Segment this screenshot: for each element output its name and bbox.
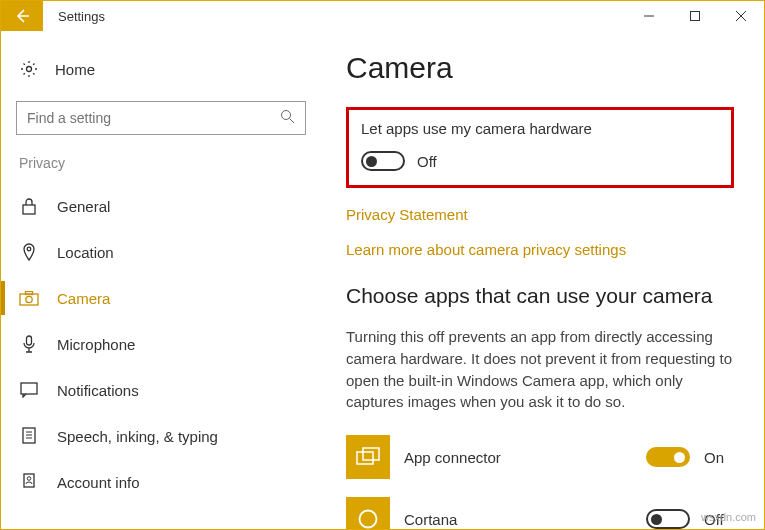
app-name: Cortana [404,511,632,528]
notifications-icon [19,380,39,400]
sidebar-item-microphone[interactable]: Microphone [1,321,321,367]
cortana-icon [346,497,390,529]
sidebar-item-label: Location [57,244,114,261]
svg-rect-1 [691,12,700,21]
section-label: Privacy [1,155,321,183]
back-button[interactable] [1,1,43,31]
maximize-button[interactable] [672,1,718,31]
sidebar: Home Privacy General Location Camera Mic… [1,31,321,529]
svg-rect-10 [27,336,32,345]
svg-rect-11 [21,383,37,394]
svg-point-8 [26,296,32,302]
sidebar-item-location[interactable]: Location [1,229,321,275]
app-connector-icon [346,435,390,479]
close-button[interactable] [718,1,764,31]
svg-point-17 [27,477,31,481]
watermark: wsxdn.com [701,511,756,523]
master-toggle[interactable] [361,151,405,171]
home-label: Home [55,61,95,78]
app-name: App connector [404,449,632,466]
sidebar-item-notifications[interactable]: Notifications [1,367,321,413]
sidebar-item-label: Account info [57,474,140,491]
highlight-region: Let apps use my camera hardware Off [346,107,734,188]
minimize-icon [644,11,654,21]
sidebar-item-label: Camera [57,290,110,307]
speech-icon [19,426,39,446]
sidebar-item-label: Speech, inking, & typing [57,428,218,445]
svg-line-4 [290,118,295,123]
search-icon [280,109,295,128]
close-icon [736,11,746,21]
sidebar-item-speech[interactable]: Speech, inking, & typing [1,413,321,459]
arrow-left-icon [13,7,31,25]
microphone-icon [19,334,39,354]
search-input[interactable] [27,110,280,126]
master-toggle-state: Off [417,153,437,170]
minimize-button[interactable] [626,1,672,31]
sidebar-item-label: Microphone [57,336,135,353]
master-toggle-label: Let apps use my camera hardware [361,120,719,137]
choose-apps-description: Turning this off prevents an app from di… [346,326,734,413]
svg-point-2 [27,67,32,72]
svg-rect-9 [26,291,33,294]
sidebar-item-label: General [57,198,110,215]
page-title: Camera [346,51,734,85]
privacy-statement-link[interactable]: Privacy Statement [346,206,734,223]
svg-rect-18 [357,452,373,464]
sidebar-item-general[interactable]: General [1,183,321,229]
app-row: App connector On [346,435,734,479]
svg-rect-19 [363,448,379,460]
window-title: Settings [43,9,105,24]
svg-rect-7 [20,294,38,305]
learn-more-link[interactable]: Learn more about camera privacy settings [346,241,734,258]
camera-icon [19,288,39,308]
svg-point-6 [27,247,31,251]
gear-icon [19,59,39,79]
cortana-toggle[interactable] [646,509,690,529]
app-connector-toggle[interactable] [646,447,690,467]
sidebar-item-camera[interactable]: Camera [1,275,321,321]
svg-rect-5 [23,205,35,214]
maximize-icon [690,11,700,21]
sidebar-item-label: Notifications [57,382,139,399]
search-box[interactable] [16,101,306,135]
sidebar-item-account[interactable]: Account info [1,459,321,505]
lock-icon [19,196,39,216]
main-panel: Camera Let apps use my camera hardware O… [321,31,764,529]
svg-point-3 [282,110,291,119]
svg-point-20 [360,511,377,528]
home-nav[interactable]: Home [1,51,321,87]
location-icon [19,242,39,262]
app-row: Cortana Off [346,497,734,529]
app-toggle-state: On [704,449,734,466]
account-icon [19,472,39,492]
choose-apps-heading: Choose apps that can use your camera [346,284,734,308]
